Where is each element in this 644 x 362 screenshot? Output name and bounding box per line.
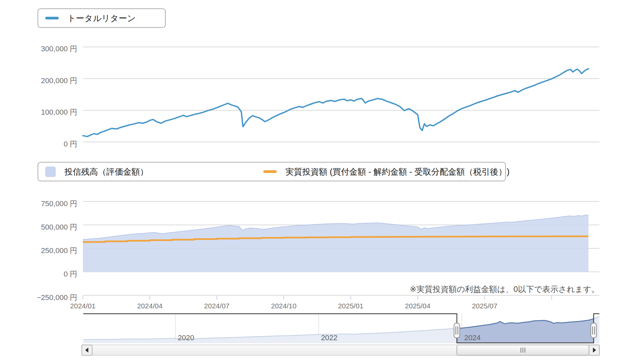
navigator-area[interactable] [83, 314, 599, 343]
y-axis-label: 200,000 円 [12, 76, 77, 86]
navigator-year-label: 2024 [464, 334, 481, 342]
navigator-year-label: 2022 [321, 334, 337, 342]
y-axis-label: 100,000 円 [12, 107, 77, 117]
x-axis-label: 2025/04 [405, 302, 430, 310]
y-axis-label: 0 円 [12, 139, 77, 149]
navigator-year-label: 2020 [178, 334, 194, 342]
charts-canvas [0, 0, 644, 362]
x-axis-label: 2025/07 [472, 302, 497, 310]
x-axis-label: 2024/10 [271, 302, 297, 310]
x-axis-label: 2024/07 [204, 302, 229, 310]
total-return-plot-area[interactable] [83, 39, 599, 142]
y-axis-label: −250,000 円 [12, 293, 77, 303]
x-axis-label: 2024/01 [70, 302, 96, 310]
balance-plot-area[interactable] [83, 199, 599, 297]
x-axis-label: 2024/04 [137, 302, 163, 310]
x-axis-label: 2025/01 [338, 302, 364, 310]
y-axis-label: 0 円 [12, 269, 77, 279]
y-axis-label: 300,000 円 [12, 44, 77, 54]
y-axis-label: 500,000 円 [12, 222, 77, 232]
y-axis-label: 750,000 円 [12, 199, 77, 209]
y-axis-label: 250,000 円 [12, 246, 77, 256]
